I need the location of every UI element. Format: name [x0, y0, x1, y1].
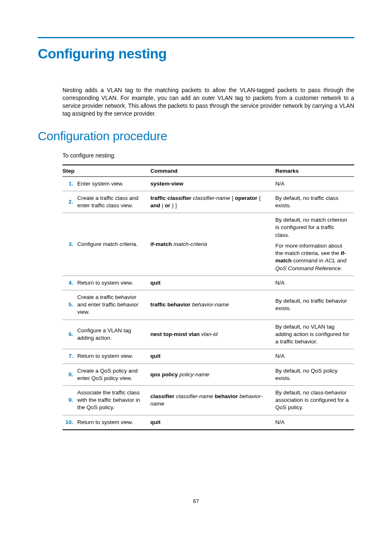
step-number: 1. — [62, 176, 77, 191]
step-number: 4. — [62, 276, 77, 290]
step-remarks: By default, no class-behavior associatio… — [275, 385, 354, 415]
table-row: 4. Return to system view. quit N/A — [62, 276, 354, 290]
table-header-row: Step Command Remarks — [62, 165, 354, 177]
step-number: 9. — [62, 385, 77, 415]
step-desc: Configure a VLAN tag adding action. — [77, 320, 150, 349]
table-row: 2. Create a traffic class and enter traf… — [62, 191, 354, 213]
procedure-table: Step Command Remarks 1. Enter system vie… — [62, 165, 354, 430]
intro-paragraph: Nesting adds a VLAN tag to the matching … — [62, 86, 354, 118]
step-command: nest top-most vlan vlan-id — [150, 320, 275, 349]
step-command: traffic classifier classifier-name [ ope… — [150, 191, 275, 213]
step-number: 2. — [62, 191, 77, 213]
table-row: 7. Return to system view. quit N/A — [62, 349, 354, 364]
step-command: quit — [150, 349, 275, 364]
top-rule — [38, 37, 354, 38]
step-number: 7. — [62, 349, 77, 364]
step-number: 5. — [62, 290, 77, 320]
step-number: 8. — [62, 364, 77, 385]
step-desc: Enter system view. — [77, 176, 150, 191]
step-remarks: N/A — [275, 415, 354, 430]
page: Configuring nesting Nesting adds a VLAN … — [0, 0, 392, 533]
step-desc: Create a QoS policy and enter QoS policy… — [77, 364, 150, 385]
step-remarks: N/A — [275, 176, 354, 191]
step-desc: Return to system view. — [77, 276, 150, 290]
step-command: classifier classifier-name behavior beha… — [150, 385, 275, 415]
step-remarks: By default, no QoS policy exists. — [275, 364, 354, 385]
step-remarks: By default, no traffic behavior exists. — [275, 290, 354, 320]
step-command: qos policy policy-name — [150, 364, 275, 385]
step-remarks: By default, no traffic class exists. — [275, 191, 354, 213]
page-number: 67 — [0, 498, 392, 504]
step-desc: Configure match criteria. — [77, 213, 150, 276]
table-row: 1. Enter system view. system-view N/A — [62, 176, 354, 191]
lead-text: To configure nesting: — [62, 152, 354, 159]
step-desc: Return to system view. — [77, 349, 150, 364]
step-number: 6. — [62, 320, 77, 349]
step-command: traffic behavior behavior-name — [150, 290, 275, 320]
table-row: 9. Associate the traffic class with the … — [62, 385, 354, 415]
step-command: system-view — [150, 176, 275, 191]
th-step: Step — [62, 165, 150, 177]
table-row: 8. Create a QoS policy and enter QoS pol… — [62, 364, 354, 385]
table-row: 5. Create a traffic behavior and enter t… — [62, 290, 354, 320]
table-row: 3. Configure match criteria. if-match ma… — [62, 213, 354, 276]
step-desc: Create a traffic behavior and enter traf… — [77, 290, 150, 320]
table-row: 6. Configure a VLAN tag adding action. n… — [62, 320, 354, 349]
step-command: quit — [150, 276, 275, 290]
step-remarks: N/A — [275, 276, 354, 290]
step-remarks: By default, no match criterion is config… — [275, 213, 354, 276]
step-desc: Associate the traffic class with the tra… — [77, 385, 150, 415]
step-command: quit — [150, 415, 275, 430]
section-heading: Configuration procedure — [38, 129, 354, 143]
table-row: 10. Return to system view. quit N/A — [62, 415, 354, 430]
step-number: 10. — [62, 415, 77, 430]
step-desc: Create a traffic class and enter traffic… — [77, 191, 150, 213]
step-number: 3. — [62, 213, 77, 276]
th-remarks: Remarks — [275, 165, 354, 177]
step-command: if-match match-criteria — [150, 213, 275, 276]
step-desc: Return to system view. — [77, 415, 150, 430]
step-remarks: N/A — [275, 349, 354, 364]
th-command: Command — [150, 165, 275, 177]
step-remarks: By default, no VLAN tag adding action is… — [275, 320, 354, 349]
page-title: Configuring nesting — [38, 46, 354, 62]
